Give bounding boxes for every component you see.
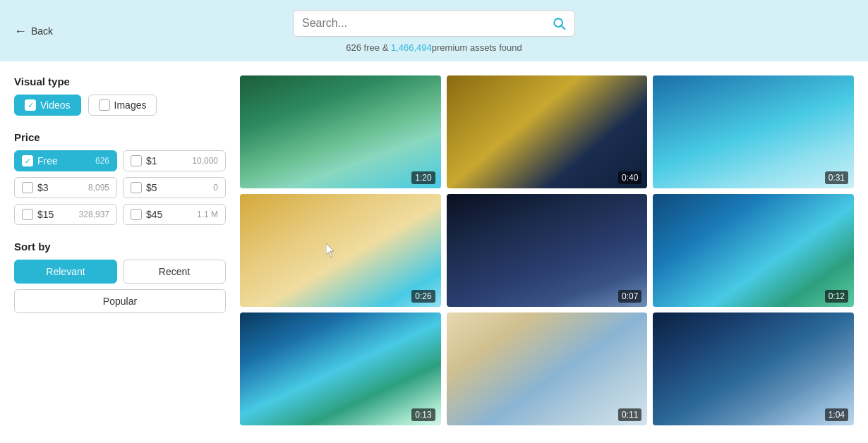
duration-4: 0:26 xyxy=(411,290,435,303)
price-options: Free 626 $1 10,000 $3 8,095 $5 0 xyxy=(14,150,226,225)
search-button[interactable] xyxy=(552,16,566,30)
video-item-8[interactable]: 0:11 xyxy=(447,312,648,425)
back-arrow-icon: ← xyxy=(14,23,27,38)
price5-label: $5 xyxy=(146,182,157,193)
visual-type-images[interactable]: Images xyxy=(88,95,157,116)
videos-label: Videos xyxy=(40,99,71,111)
header: ← Back beach 626 free & 1,466,494premium… xyxy=(0,0,868,61)
price45-count: 1.1 M xyxy=(197,210,218,219)
price5-count: 0 xyxy=(213,183,218,193)
price5-checkbox xyxy=(131,182,142,193)
back-button[interactable]: ← Back xyxy=(14,23,53,38)
price1-label: $1 xyxy=(146,155,157,166)
free-label: Free xyxy=(37,155,58,166)
video-item-3[interactable]: 0:31 xyxy=(653,75,854,188)
video-item-5[interactable]: 0:07 xyxy=(447,194,648,307)
price3-label: $3 xyxy=(37,182,49,193)
price3-count: 8,095 xyxy=(88,183,109,193)
video-item-9[interactable]: 1:04 xyxy=(653,312,854,425)
results-summary: 626 free & 1,466,494premium assets found xyxy=(346,42,522,53)
price-free[interactable]: Free 626 xyxy=(14,150,117,171)
duration-7: 0:13 xyxy=(411,408,435,421)
visual-type-options: Videos Images xyxy=(14,95,226,116)
duration-9: 1:04 xyxy=(825,408,848,421)
main-layout: Visual type Videos Images Price Free 62 xyxy=(0,61,868,439)
results-free-count: 626 free & xyxy=(346,42,391,53)
svg-line-1 xyxy=(562,26,565,30)
visual-type-videos[interactable]: Videos xyxy=(14,95,81,116)
videos-checkbox xyxy=(25,99,36,111)
video-item-1[interactable]: 1:20 xyxy=(240,75,441,188)
price-15[interactable]: $15 328,937 xyxy=(14,204,117,225)
price1-checkbox xyxy=(131,155,142,166)
price45-checkbox xyxy=(131,209,142,220)
sidebar: Visual type Videos Images Price Free 62 xyxy=(14,75,226,425)
duration-8: 0:11 xyxy=(618,408,641,421)
video-grid: 1:20 0:40 0:31 0:26 0:07 0:12 xyxy=(240,75,854,425)
duration-2: 0:40 xyxy=(618,171,641,184)
visual-type-filter: Visual type Videos Images xyxy=(14,75,226,116)
video-item-6[interactable]: 0:12 xyxy=(653,194,854,307)
price-title: Price xyxy=(14,131,226,143)
sort-title: Sort by xyxy=(14,241,226,253)
duration-6: 0:12 xyxy=(825,290,848,303)
free-count: 626 xyxy=(95,156,109,166)
images-label: Images xyxy=(114,99,147,111)
price15-checkbox xyxy=(22,209,33,220)
price-1[interactable]: $1 10,000 xyxy=(123,150,226,171)
sort-popular[interactable]: Popular xyxy=(14,289,226,313)
images-checkbox xyxy=(99,99,110,111)
free-checkbox xyxy=(22,155,33,166)
price45-label: $45 xyxy=(146,209,162,220)
video-item-7[interactable]: 0:13 xyxy=(240,312,441,425)
back-label: Back xyxy=(31,25,53,37)
results-premium-label: premium xyxy=(432,42,468,53)
price15-label: $15 xyxy=(37,209,54,220)
results-premium-link[interactable]: 1,466,494 xyxy=(391,42,432,53)
visual-type-title: Visual type xyxy=(14,75,226,87)
search-input[interactable]: beach xyxy=(302,17,546,30)
video-item-4[interactable]: 0:26 xyxy=(240,194,441,307)
price15-count: 328,937 xyxy=(79,210,109,219)
results-suffix: assets found xyxy=(467,42,522,53)
sort-relevant[interactable]: Relevant xyxy=(14,260,117,284)
price1-count: 10,000 xyxy=(192,156,218,166)
video-item-2[interactable]: 0:40 xyxy=(447,75,648,188)
sort-filter: Sort by Relevant Recent Popular xyxy=(14,241,226,313)
search-bar: beach xyxy=(293,10,575,37)
price3-checkbox xyxy=(22,182,33,193)
price-45[interactable]: $45 1.1 M xyxy=(123,204,226,225)
price-5[interactable]: $5 0 xyxy=(123,177,226,198)
sort-options: Relevant Recent Popular xyxy=(14,260,226,313)
price-3[interactable]: $3 8,095 xyxy=(14,177,117,198)
duration-1: 1:20 xyxy=(411,171,435,184)
duration-5: 0:07 xyxy=(618,290,641,303)
price-filter: Price Free 626 $1 10,000 $3 8,095 xyxy=(14,131,226,225)
duration-3: 0:31 xyxy=(825,171,848,184)
sort-recent[interactable]: Recent xyxy=(123,260,226,284)
